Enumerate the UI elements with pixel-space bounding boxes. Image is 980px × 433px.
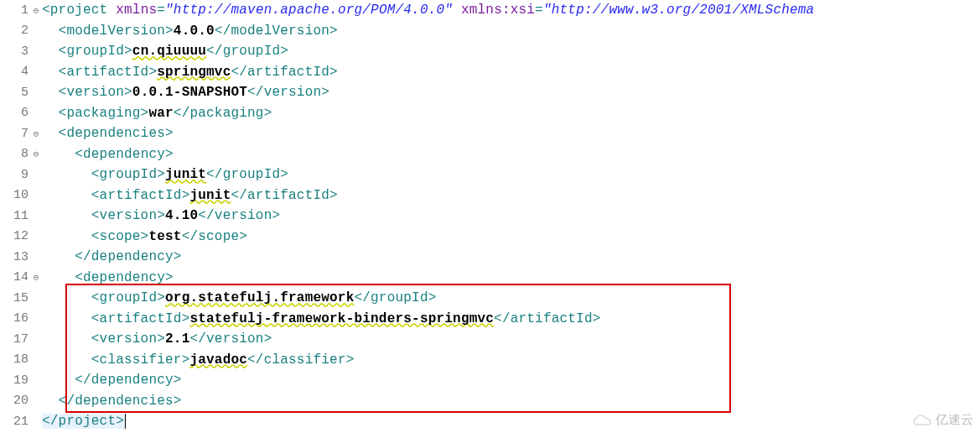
token-tag: </groupId>: [206, 44, 288, 59]
token-tag: </packaging>: [174, 106, 272, 121]
code-line-4[interactable]: 4 <artifactId>springmvc</artifactId>: [0, 62, 980, 83]
code-content[interactable]: <project xmlns="http://maven.apache.org/…: [42, 3, 814, 18]
fold-toggle-icon[interactable]: ⊖: [30, 5, 42, 16]
code-content[interactable]: <version>2.1</version>: [42, 331, 272, 347]
token-squiggle: junit: [165, 167, 206, 182]
line-number: 3: [0, 44, 30, 59]
code-line-15[interactable]: 15 <groupId>org.statefulj.framework</gro…: [0, 288, 980, 309]
code-line-21[interactable]: 21</project>: [0, 411, 980, 432]
code-line-9[interactable]: 9 <groupId>junit</groupId>: [0, 164, 980, 185]
line-number: 21: [0, 415, 30, 429]
token-squiggle: org.statefulj.framework: [165, 290, 354, 305]
code-line-12[interactable]: 12 <scope>test</scope>: [0, 227, 980, 248]
token-tag: <artifactId>: [91, 311, 190, 326]
code-line-11[interactable]: 11 <version>4.10</version>: [0, 206, 980, 227]
code-content[interactable]: <version>4.10</version>: [42, 208, 280, 223]
token-tag: <dependencies>: [59, 126, 174, 141]
code-content[interactable]: <modelVersion>4.0.0</modelVersion>: [42, 23, 338, 39]
code-content[interactable]: <dependencies>: [42, 126, 174, 141]
token-tag: </dependency>: [75, 373, 181, 388]
token-tag: <dependency>: [75, 147, 174, 162]
fold-toggle-icon[interactable]: ⊖: [30, 149, 42, 159]
fold-toggle-icon[interactable]: ⊖: [30, 272, 42, 283]
code-content[interactable]: <artifactId>statefulj-framework-binders-…: [42, 311, 601, 326]
token-tag: </groupId>: [354, 290, 436, 305]
token-tag: </dependency>: [75, 249, 181, 264]
token-tag: <version>: [59, 85, 132, 100]
line-number: 1: [0, 3, 30, 18]
token-tag: </project>: [42, 414, 124, 429]
code-content[interactable]: <groupId>cn.qiuuuu</groupId>: [42, 44, 288, 59]
code-line-18[interactable]: 18 <classifier>javadoc</classifier>: [0, 350, 980, 371]
line-number: 8: [0, 147, 30, 161]
fold-toggle-icon[interactable]: ⊖: [30, 128, 42, 139]
code-line-8[interactable]: 8⊖ <dependency>: [0, 144, 980, 165]
code-line-2[interactable]: 2 <modelVersion>4.0.0</modelVersion>: [0, 21, 980, 42]
code-content[interactable]: </dependency>: [42, 249, 182, 264]
code-line-20[interactable]: 20 </dependencies>: [0, 391, 980, 412]
watermark: 亿速云: [912, 412, 973, 428]
code-line-16[interactable]: 16 <artifactId>statefulj-framework-binde…: [0, 309, 980, 330]
token-tag: </dependencies>: [59, 394, 182, 409]
token-squiggle: springmvc: [157, 65, 231, 80]
token-tag: <modelVersion>: [59, 23, 174, 39]
token-tag: </artifactId>: [494, 311, 600, 326]
token-squiggle: junit: [189, 188, 231, 203]
code-content[interactable]: <artifactId>junit</artifactId>: [42, 188, 338, 203]
code-content[interactable]: </dependency>: [42, 373, 182, 388]
line-number: 7: [0, 127, 30, 141]
token-tag: <version>: [91, 331, 165, 347]
code-line-17[interactable]: 17 <version>2.1</version>: [0, 329, 980, 350]
token-attr-name: xmlns: [116, 3, 157, 18]
token-tag: <artifactId>: [91, 188, 190, 203]
line-number: 5: [0, 86, 30, 100]
text-cursor: [125, 414, 126, 429]
token-tag: </artifactId>: [231, 188, 337, 203]
code-line-1[interactable]: 1⊖<project xmlns="http://maven.apache.or…: [0, 0, 980, 21]
token-sp: [453, 3, 461, 18]
token-attr-val: "http://maven.apache.org/POM/4.0.0": [165, 3, 453, 18]
code-line-13[interactable]: 13 </dependency>: [0, 247, 980, 268]
token-tag: <groupId>: [91, 167, 165, 182]
token-txt-val: test: [148, 229, 181, 244]
line-number: 10: [0, 188, 30, 202]
code-line-3[interactable]: 3 <groupId>cn.qiuuuu</groupId>: [0, 41, 980, 62]
token-tag: <artifactId>: [59, 65, 158, 80]
token-tag: </version>: [247, 85, 329, 100]
code-content[interactable]: <groupId>junit</groupId>: [42, 167, 288, 182]
token-attr-val: "http://www.w3.org/2001/XMLSchema: [543, 3, 814, 18]
token-txt-val: war: [148, 106, 173, 121]
line-number: 9: [0, 168, 30, 182]
code-content[interactable]: <scope>test</scope>: [42, 229, 247, 244]
code-line-6[interactable]: 6 <packaging>war</packaging>: [0, 103, 980, 124]
code-line-5[interactable]: 5 <version>0.0.1-SNAPSHOT</version>: [0, 82, 980, 103]
token-tag: <project: [42, 3, 107, 18]
token-tag: <groupId>: [91, 290, 165, 305]
line-number: 16: [0, 311, 30, 326]
code-content[interactable]: <version>0.0.1-SNAPSHOT</version>: [42, 85, 329, 100]
code-line-10[interactable]: 10 <artifactId>junit</artifactId>: [0, 185, 980, 206]
token-tag: <scope>: [91, 229, 149, 244]
code-content[interactable]: <groupId>org.statefulj.framework</groupI…: [42, 290, 436, 305]
code-line-14[interactable]: 14⊖ <dependency>: [0, 268, 980, 289]
token-tag: </classifier>: [247, 352, 354, 368]
code-content[interactable]: <artifactId>springmvc</artifactId>: [42, 65, 338, 80]
token-tag: </artifactId>: [231, 65, 337, 80]
token-txt-val: 2.1: [165, 331, 189, 347]
token-tag: </scope>: [182, 229, 247, 244]
line-number: 14: [0, 270, 30, 284]
code-content[interactable]: <classifier>javadoc</classifier>: [42, 352, 354, 368]
code-content[interactable]: </dependencies>: [42, 394, 182, 409]
code-content[interactable]: </project>: [42, 414, 126, 429]
code-content[interactable]: <packaging>war</packaging>: [42, 106, 272, 121]
code-line-7[interactable]: 7⊖ <dependencies>: [0, 123, 980, 144]
code-content[interactable]: <dependency>: [42, 270, 174, 285]
line-number: 19: [0, 373, 30, 388]
token-tag: <classifier>: [91, 352, 190, 368]
code-line-19[interactable]: 19 </dependency>: [0, 370, 980, 391]
line-number: 12: [0, 229, 30, 243]
code-content[interactable]: <dependency>: [42, 147, 174, 162]
watermark-text: 亿速云: [936, 412, 973, 428]
token-tag: <dependency>: [75, 270, 174, 285]
code-editor[interactable]: 1⊖<project xmlns="http://maven.apache.or…: [0, 0, 980, 432]
